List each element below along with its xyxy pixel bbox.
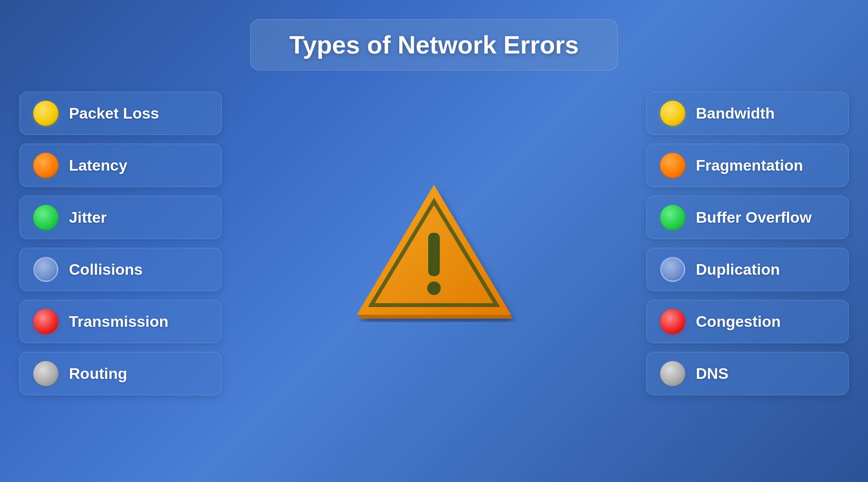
transmission-dot [33, 309, 58, 334]
left-item-routing[interactable]: Routing [19, 352, 222, 395]
left-item-latency[interactable]: Latency [19, 144, 222, 187]
packet-loss-dot [33, 101, 58, 126]
title-box: Types of Network Errors [250, 19, 618, 70]
right-item-buffer-overflow[interactable]: Buffer Overflow [646, 196, 849, 239]
buffer-overflow-dot [660, 205, 685, 230]
right-column: BandwidthFragmentationBuffer OverflowDup… [646, 92, 849, 395]
dns-label: DNS [696, 365, 729, 383]
duplication-dot [660, 257, 685, 282]
svg-point-4 [427, 281, 441, 295]
svg-rect-3 [428, 233, 440, 276]
congestion-dot [660, 309, 685, 334]
right-item-fragmentation[interactable]: Fragmentation [646, 144, 849, 187]
bandwidth-label: Bandwidth [696, 105, 775, 122]
right-item-bandwidth[interactable]: Bandwidth [646, 92, 849, 135]
page-title: Types of Network Errors [289, 31, 579, 59]
collisions-label: Collisions [69, 261, 143, 279]
latency-dot [33, 153, 58, 178]
routing-dot [33, 361, 58, 386]
right-item-congestion[interactable]: Congestion [646, 300, 849, 343]
warning-icon-container [352, 177, 516, 322]
buffer-overflow-label: Buffer Overflow [696, 209, 812, 227]
warning-triangle-svg [352, 177, 516, 322]
right-item-duplication[interactable]: Duplication [646, 248, 849, 291]
routing-label: Routing [69, 365, 127, 383]
right-item-dns[interactable]: DNS [646, 352, 849, 395]
duplication-label: Duplication [696, 261, 780, 279]
latency-label: Latency [69, 157, 127, 174]
left-item-jitter[interactable]: Jitter [19, 196, 222, 239]
transmission-label: Transmission [69, 313, 168, 331]
left-column: Packet LossLatencyJitterCollisionsTransm… [19, 92, 222, 395]
bandwidth-dot [660, 101, 685, 126]
left-item-transmission[interactable]: Transmission [19, 300, 222, 343]
dns-dot [660, 361, 685, 386]
jitter-dot [33, 205, 58, 230]
collisions-dot [33, 257, 58, 282]
packet-loss-label: Packet Loss [69, 105, 159, 122]
left-item-packet-loss[interactable]: Packet Loss [19, 92, 222, 135]
fragmentation-dot [660, 153, 685, 178]
left-item-collisions[interactable]: Collisions [19, 248, 222, 291]
fragmentation-label: Fragmentation [696, 157, 803, 174]
congestion-label: Congestion [696, 313, 781, 331]
jitter-label: Jitter [69, 209, 107, 227]
